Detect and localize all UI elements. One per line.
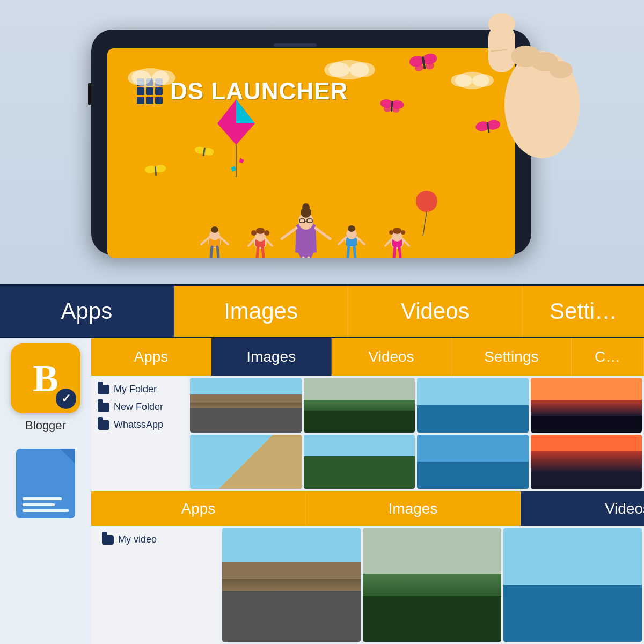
svg-point-17 — [392, 107, 400, 113]
folder-1-label: My Folder — [114, 384, 157, 395]
svg-point-19 — [144, 165, 157, 174]
images-grid — [188, 376, 644, 491]
folder-2-label: New Folder — [114, 401, 163, 413]
image-sunset[interactable] — [531, 435, 642, 489]
tab-apps-1[interactable]: Apps — [0, 286, 174, 337]
doc-line-2 — [23, 503, 55, 506]
svg-point-20 — [154, 164, 166, 173]
image-sailing-2[interactable] — [531, 378, 642, 433]
bottom-image-1[interactable] — [222, 528, 361, 642]
inner-tab-apps[interactable]: Apps — [91, 338, 211, 376]
svg-point-15 — [391, 100, 404, 109]
doc-corner — [60, 449, 75, 464]
check-overlay: ✓ — [56, 389, 76, 409]
folder-new-folder[interactable]: New Folder — [98, 401, 181, 413]
svg-point-52 — [254, 236, 267, 249]
svg-line-56 — [257, 247, 258, 258]
tab-videos-1-label: Videos — [401, 298, 470, 324]
tab3-images[interactable]: Images — [306, 491, 521, 526]
svg-line-40 — [282, 228, 296, 239]
tab3-apps[interactable]: Apps — [91, 491, 306, 526]
svg-point-16 — [383, 106, 391, 112]
bottom-content-row: My video — [91, 526, 644, 644]
image-boat[interactable] — [417, 435, 529, 489]
nav-bar-1: Apps Images Videos Setti… — [0, 284, 644, 338]
svg-point-44 — [208, 235, 221, 248]
tab-images-1[interactable]: Images — [174, 286, 349, 337]
main-container: DS LAUNCHER — [0, 0, 644, 644]
svg-point-69 — [348, 225, 355, 232]
inner-nav-bar: Apps Images Videos Settings C… — [91, 338, 644, 376]
svg-line-55 — [265, 238, 272, 246]
folder-my-folder[interactable]: My Folder — [98, 384, 181, 395]
svg-point-35 — [301, 207, 311, 218]
svg-line-57 — [262, 247, 264, 258]
svg-line-47 — [220, 237, 228, 244]
doc-line-1 — [23, 497, 62, 500]
svg-line-54 — [248, 238, 255, 246]
svg-point-14 — [380, 99, 393, 108]
bottom-folder-panel: My video — [91, 526, 220, 644]
svg-point-33 — [296, 228, 316, 245]
bottom-folder-my-video[interactable]: My video — [102, 534, 209, 545]
svg-point-9 — [408, 55, 425, 68]
bottom-image-3[interactable] — [503, 528, 642, 642]
svg-point-36 — [302, 203, 310, 211]
folder-whatsapp[interactable]: WhatssApp — [98, 419, 181, 430]
tab3-apps-label: Apps — [181, 500, 216, 517]
inner-tab-videos[interactable]: Videos — [332, 338, 452, 376]
blogger-app-icon[interactable]: B ✓ — [11, 343, 80, 413]
image-forest[interactable] — [304, 435, 415, 489]
image-road[interactable] — [190, 435, 302, 489]
tab3-videos[interactable]: Videos — [521, 491, 644, 526]
svg-rect-53 — [255, 235, 265, 247]
svg-point-77 — [393, 228, 401, 234]
svg-point-87 — [549, 61, 573, 78]
svg-rect-63 — [346, 233, 357, 246]
inner-tab-settings-label: Settings — [484, 348, 538, 365]
app-title: DS LAUNCHER — [170, 78, 348, 105]
svg-rect-45 — [209, 234, 220, 247]
svg-point-22 — [194, 145, 206, 155]
docs-app-icon[interactable] — [16, 449, 75, 518]
svg-point-84 — [488, 13, 515, 35]
image-railroad[interactable] — [190, 378, 302, 433]
svg-line-41 — [316, 228, 330, 239]
tab-settings-1[interactable]: Setti… — [523, 286, 644, 337]
image-train[interactable] — [304, 378, 415, 433]
svg-point-59 — [256, 228, 265, 234]
inner-tab-images[interactable]: Images — [211, 338, 332, 376]
screenshot-section: B ✓ Blogger Apps — [0, 338, 644, 644]
inner-tab-videos-label: Videos — [369, 348, 414, 365]
phone-volume-button — [88, 83, 91, 105]
blogger-letter: B — [33, 359, 58, 398]
svg-line-75 — [399, 247, 400, 258]
svg-line-66 — [348, 246, 349, 258]
phone-speaker — [274, 43, 317, 47]
bottom-images-grid — [220, 526, 644, 644]
tab-videos-1[interactable]: Videos — [348, 286, 523, 337]
svg-marker-31 — [238, 157, 245, 165]
svg-point-4 — [324, 62, 350, 77]
inner-tab-more[interactable]: C… — [572, 338, 644, 376]
left-panel: B ✓ Blogger — [0, 338, 91, 644]
svg-point-80 — [416, 191, 437, 212]
svg-rect-71 — [392, 235, 402, 247]
pointing-hand — [424, 0, 596, 180]
grid-icon — [137, 78, 163, 104]
svg-point-60 — [251, 230, 257, 236]
ds-launcher-logo: DS LAUNCHER — [137, 78, 348, 105]
tab-images-1-label: Images — [224, 298, 298, 324]
svg-line-48 — [211, 247, 212, 258]
right-panel: Apps Images Videos Settings C… — [91, 338, 644, 644]
svg-point-62 — [345, 234, 358, 247]
bottom-image-2[interactable] — [363, 528, 501, 642]
svg-line-46 — [201, 237, 209, 244]
image-sailing-1[interactable] — [417, 378, 529, 433]
svg-point-23 — [203, 147, 215, 156]
inner-tab-settings[interactable]: Settings — [451, 338, 572, 376]
svg-line-73 — [402, 238, 409, 246]
svg-point-11 — [414, 64, 424, 72]
folder-panel: My Folder New Folder WhatssApp — [91, 376, 188, 491]
content-area: My Folder New Folder WhatssApp — [91, 376, 644, 491]
